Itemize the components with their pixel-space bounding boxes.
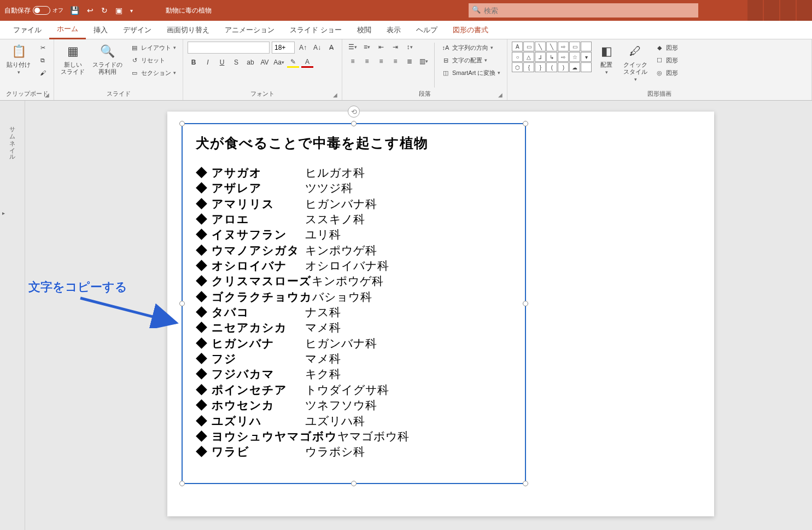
- layout-button[interactable]: ▤レイアウト▾: [128, 42, 178, 54]
- plant-family: ナス科: [305, 305, 341, 320]
- tab-home[interactable]: ホーム: [49, 21, 86, 39]
- strike-button[interactable]: S: [230, 57, 242, 68]
- undo-icon[interactable]: ↩: [87, 6, 94, 15]
- font-color-button[interactable]: A: [301, 57, 313, 68]
- shape-cloud-icon[interactable]: ☁: [569, 62, 580, 72]
- align-right-button[interactable]: ≡: [375, 56, 387, 67]
- tab-review[interactable]: 校閲: [349, 21, 379, 39]
- highlight-button[interactable]: ✎: [287, 57, 299, 68]
- arrange-icon: ◧: [598, 43, 615, 60]
- selected-text-box[interactable]: ⟲ 犬が食べることで中毒を起こす植物 アサガオヒルガオ科アザレアツツジ科アマリリ…: [182, 123, 526, 484]
- thumbnail-rail[interactable]: ▸ サムネイル: [0, 101, 25, 530]
- rotate-handle[interactable]: ⟲: [348, 106, 360, 118]
- shape-star-icon[interactable]: ☆: [569, 52, 580, 62]
- shape-bracket2-icon[interactable]: ): [558, 62, 569, 72]
- shape-lconn-icon[interactable]: ⅃: [535, 52, 546, 62]
- resize-handle-mt[interactable]: [351, 121, 357, 126]
- autosave-toggle[interactable]: 自動保存 オフ: [4, 6, 63, 15]
- shape-oval-icon[interactable]: ○: [512, 52, 523, 62]
- shape-tri-icon[interactable]: △: [523, 52, 534, 62]
- resize-handle-mb[interactable]: [351, 481, 357, 486]
- text-direction-button[interactable]: ↕A文字列の方向▾: [439, 42, 503, 54]
- bullets-button[interactable]: ☰▾: [347, 42, 359, 53]
- cut-button[interactable]: ✂: [36, 42, 49, 54]
- italic-button[interactable]: I: [202, 57, 214, 68]
- arrange-button[interactable]: ◧ 配置 ▾: [595, 42, 618, 76]
- tab-design[interactable]: デザイン: [115, 21, 159, 39]
- align-center-button[interactable]: ≡: [361, 56, 373, 67]
- tab-shape-format[interactable]: 図形の書式: [445, 21, 496, 39]
- case-button[interactable]: Aa▾: [273, 57, 285, 68]
- smartart-button[interactable]: ◫SmartArt に変換▾: [439, 67, 503, 79]
- columns-button[interactable]: ▥▾: [418, 56, 430, 67]
- shrink-font-button[interactable]: A↓: [311, 42, 323, 53]
- shape-gallery[interactable]: A▭╲╲⇨▭ ○△⅃↳⇨☆▾ ⬡{}()☁: [512, 42, 592, 72]
- line-spacing-button[interactable]: ↕▾: [404, 42, 416, 53]
- shape-hex-icon[interactable]: ⬡: [512, 62, 523, 72]
- new-slide-button[interactable]: ▦ 新しい スライド: [59, 42, 87, 77]
- plant-family: ツツジ科: [305, 180, 353, 196]
- font-name-input[interactable]: [188, 42, 270, 54]
- expand-chevron-icon[interactable]: ▸: [2, 210, 5, 216]
- justify-button[interactable]: ≡: [389, 56, 401, 67]
- tab-slideshow[interactable]: スライド ショー: [282, 21, 349, 39]
- quick-style-button[interactable]: 🖊 クイック スタイル ▾: [621, 42, 650, 83]
- grow-font-button[interactable]: A↑: [297, 42, 309, 53]
- resize-handle-bl[interactable]: [179, 481, 185, 486]
- tab-help[interactable]: ヘルプ: [408, 21, 445, 39]
- shape-rect-icon[interactable]: ▭: [523, 42, 534, 51]
- font-size-input[interactable]: [272, 42, 295, 54]
- clear-format-button[interactable]: A̶: [325, 42, 337, 53]
- underline-button[interactable]: U: [216, 57, 228, 68]
- shadow-button[interactable]: ab: [244, 57, 256, 68]
- resize-handle-tl[interactable]: [179, 121, 185, 126]
- shape-arrow3-icon[interactable]: ⇨: [558, 52, 569, 62]
- spacing-button[interactable]: AV: [259, 57, 271, 68]
- reset-button[interactable]: ↺リセット: [128, 54, 178, 66]
- resize-handle-tr[interactable]: [523, 121, 528, 126]
- shape-brace-icon[interactable]: {: [523, 62, 534, 72]
- copy-button[interactable]: ⧉: [36, 54, 49, 66]
- indent-dec-button[interactable]: ⇤: [375, 42, 387, 53]
- shape-line-icon[interactable]: ╲: [535, 42, 546, 51]
- save-icon[interactable]: 💾: [70, 6, 79, 15]
- shape-fill-button[interactable]: ◆図形: [653, 42, 680, 54]
- qat-more-icon[interactable]: ▾: [130, 8, 133, 14]
- section-button[interactable]: ▭セクション▾: [128, 67, 178, 79]
- plant-family: ヤマゴボウ科: [337, 429, 409, 444]
- shape-line2-icon[interactable]: ╲: [546, 42, 557, 51]
- dialog-launcher-icon[interactable]: ◢: [498, 92, 503, 98]
- tab-transitions[interactable]: 画面切り替え: [159, 21, 217, 39]
- shape-rect2-icon[interactable]: ▭: [569, 42, 580, 51]
- shape-brace2-icon[interactable]: }: [535, 62, 546, 72]
- tab-animations[interactable]: アニメーション: [217, 21, 282, 39]
- dialog-launcher-icon[interactable]: ◢: [45, 92, 49, 98]
- resize-handle-br[interactable]: [523, 481, 528, 486]
- shape-effects-button[interactable]: ◎図形: [653, 67, 680, 79]
- distribute-button[interactable]: ≣: [404, 56, 416, 67]
- text-align-button[interactable]: ⊟文字の配置▾: [439, 54, 503, 66]
- search-input[interactable]: [469, 3, 698, 18]
- resize-handle-mr[interactable]: [523, 301, 528, 306]
- shape-arrow-icon[interactable]: ⇨: [558, 42, 569, 51]
- numbering-button[interactable]: ≡▾: [361, 42, 373, 53]
- shape-textbox-icon[interactable]: A: [512, 42, 523, 51]
- shape-bracket-icon[interactable]: (: [546, 62, 557, 72]
- present-icon[interactable]: ▣: [115, 6, 122, 15]
- gallery-more-icon[interactable]: ▾: [581, 52, 592, 62]
- text-content[interactable]: 犬が食べることで中毒を起こす植物 アサガオヒルガオ科アザレアツツジ科アマリリスヒ…: [183, 124, 525, 470]
- indent-inc-button[interactable]: ⇥: [389, 42, 401, 53]
- reuse-slide-button[interactable]: 🔍 スライドの 再利用: [90, 42, 125, 77]
- bold-button[interactable]: B: [188, 57, 200, 68]
- dialog-launcher-icon[interactable]: ◢: [333, 92, 337, 98]
- plant-name: アザレア: [196, 180, 305, 196]
- tab-insert[interactable]: 挿入: [86, 21, 115, 39]
- align-left-button[interactable]: ≡: [347, 56, 359, 67]
- tab-view[interactable]: 表示: [379, 21, 408, 39]
- redo-icon[interactable]: ↻: [101, 6, 108, 15]
- paste-button[interactable]: 📋 貼り付け ▾: [4, 42, 33, 76]
- shape-outline-button[interactable]: ☐図形: [653, 54, 680, 66]
- format-painter-button[interactable]: 🖌: [36, 67, 49, 79]
- tab-file[interactable]: ファイル: [5, 21, 49, 39]
- shape-arrow2-icon[interactable]: ↳: [546, 52, 557, 62]
